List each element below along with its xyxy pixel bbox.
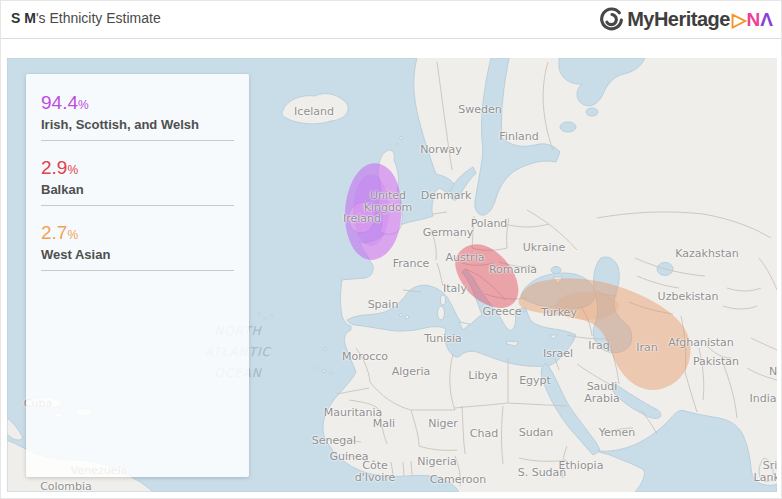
myheritage-logo[interactable]: MyHeritage ▷NΛ (599, 6, 773, 32)
map-label: Senegal (312, 435, 356, 447)
map-label: Spain (368, 299, 399, 311)
map-label: Kazakhstan (675, 248, 738, 260)
map-label: Iran (636, 342, 657, 354)
map-label: Mali (373, 418, 395, 430)
map-label: Italy (443, 283, 467, 295)
map-label: Cameroon (430, 474, 487, 486)
map-label: Germany (423, 227, 474, 239)
map-label: Ireland (343, 213, 381, 225)
map-label: United Kingdom (364, 190, 413, 214)
page-title: S M's Ethnicity Estimate (11, 10, 161, 26)
map-label: Austria (446, 252, 485, 264)
map-label: Israel (543, 348, 573, 360)
ethnicity-label: Irish, Scottish, and Welsh (41, 117, 234, 133)
logo-brand-text: MyHeritage (627, 8, 730, 31)
map-label: Ethiopia (559, 460, 604, 472)
map-label: Sudan (519, 427, 554, 439)
map-label: Finland (499, 131, 538, 143)
map-label: Colombia (40, 481, 92, 492)
logo-dna-letter: ▷ (732, 8, 747, 31)
percent-sign: % (67, 228, 78, 242)
map-label: France (393, 258, 430, 270)
map-label: Nigeria (417, 456, 456, 468)
map-label: Côte d'Ivoire (355, 460, 396, 484)
title-rest: 's Ethnicity Estimate (36, 10, 161, 26)
ethnicity-item-balkan[interactable]: 2.9% Balkan (41, 141, 234, 206)
map-label: Greece (482, 306, 521, 318)
map-label: India (750, 393, 777, 405)
map-label: Iceland (294, 106, 334, 118)
ethnicity-label: West Asian (41, 247, 234, 263)
map-label: Pakistan (693, 356, 739, 368)
ethnicity-item-irish-scottish-welsh[interactable]: 94.4% Irish, Scottish, and Welsh (41, 74, 234, 141)
ethnicity-label: Balkan (41, 182, 234, 198)
logo-dna-text: ▷NΛ (732, 8, 773, 31)
map-label: Iraq (588, 340, 610, 352)
map-label: Yemen (599, 427, 635, 439)
ethnicity-item-west-asian[interactable]: 2.7% West Asian (41, 206, 234, 271)
ethnicity-panel: 94.4% Irish, Scottish, and Welsh 2.9% Ba… (26, 74, 249, 477)
map-label: Chad (470, 428, 498, 440)
map-label: N (769, 366, 777, 378)
map-label: Ukraine (523, 242, 565, 254)
ethnicity-percentage: 2.9 (41, 157, 67, 178)
map-label: Niger (428, 418, 458, 430)
header: S M's Ethnicity Estimate MyHeritage ▷NΛ (1, 1, 781, 39)
map-label: Sweden (458, 104, 501, 116)
map-label: Tunisia (424, 333, 462, 345)
map-label: Poland (471, 218, 508, 230)
ethnicity-percentage: 94.4 (41, 92, 78, 113)
map-label: Norway (420, 144, 462, 156)
percent-sign: % (67, 163, 78, 177)
logo-dna-letter: N (747, 9, 761, 31)
map-label: Denmark (421, 190, 472, 202)
map-label: Afghanistan (668, 337, 733, 349)
ethnicity-percentage: 2.7 (41, 222, 67, 243)
map-label: Turkey (541, 307, 577, 319)
map-label: Algeria (392, 366, 431, 378)
myheritage-logo-icon (599, 7, 624, 32)
map-label: Uzbekistan (658, 291, 719, 303)
logo-dna-letter: Λ (760, 9, 773, 31)
user-initials: S M (11, 10, 36, 26)
map-label: Saudi Arabia (584, 381, 620, 405)
map-label: Egypt (519, 375, 551, 387)
percent-sign: % (78, 98, 89, 112)
map-label: Sri Lanka (754, 460, 777, 484)
map-label: Morocco (342, 351, 388, 363)
page: S M's Ethnicity Estimate MyHeritage ▷NΛ (0, 0, 782, 499)
map-label: Libya (468, 370, 497, 382)
map-label: Romania (489, 264, 537, 276)
